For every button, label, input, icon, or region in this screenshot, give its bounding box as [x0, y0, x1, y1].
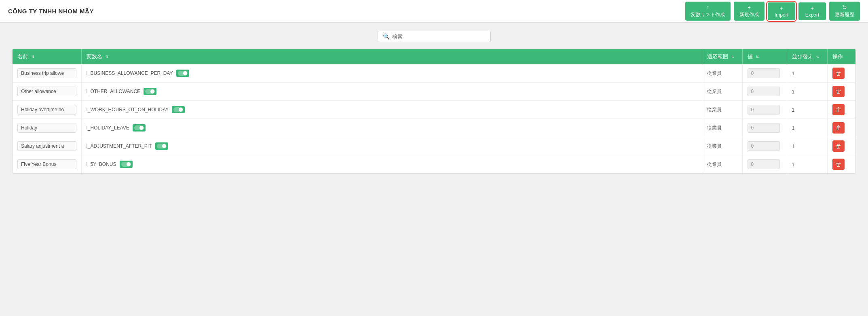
search-icon: 🔍 [383, 33, 390, 40]
col-header-scope[interactable]: 適応範囲 ⇅ [702, 49, 742, 64]
col-header-value[interactable]: 値 ⇅ [742, 49, 787, 64]
toggle-icon-4[interactable] [155, 142, 168, 150]
cell-action-3: 🗑 [827, 119, 855, 137]
plus-icon-export: + [811, 5, 814, 11]
delete-button-0[interactable]: 🗑 [832, 68, 845, 79]
cell-value-4 [742, 137, 787, 155]
toggle-icon-0[interactable] [176, 70, 189, 77]
trash-icon-3: 🗑 [836, 125, 841, 131]
trash-icon-5: 🗑 [836, 161, 841, 168]
export-button[interactable]: + Export [798, 2, 826, 20]
delete-button-2[interactable]: 🗑 [832, 104, 845, 115]
cell-sort-3: 1 [787, 119, 827, 137]
cell-sort-2: 1 [787, 101, 827, 119]
varname-container-2: I_WORK_HOURS_OT_ON_HOLIDAY [87, 106, 697, 113]
delete-button-1[interactable]: 🗑 [832, 86, 845, 97]
history-button[interactable]: ↻ 更新履歴 [829, 2, 860, 21]
header-actions: ↑ 変数リスト作成 + 新規作成 + Import + Export ↻ 更新履… [685, 2, 860, 21]
table-row: Salary adjustment a I_ADJUSTMENT_AFTER_P… [13, 137, 855, 155]
toggle-inner-5 [121, 162, 131, 167]
delete-button-5[interactable]: 🗑 [832, 159, 845, 170]
import-label: Import [775, 12, 788, 18]
cell-varname-0: I_BUSINESS_ALLOWANCE_PER_DAY [81, 64, 702, 83]
table-row: Holiday overtime ho I_WORK_HOURS_OT_ON_H… [13, 101, 855, 119]
cell-action-2: 🗑 [827, 101, 855, 119]
delete-button-3[interactable]: 🗑 [832, 122, 845, 134]
table-row: Other allowance I_OTHER_ALLOWANCE 従業員 1 … [13, 83, 855, 101]
sort-arrows-scope: ⇅ [731, 55, 734, 59]
varname-container-5: I_5Y_BONUS [87, 161, 697, 168]
cell-name-2: Holiday overtime ho [13, 101, 81, 119]
value-input-1[interactable] [748, 87, 780, 96]
value-input-3[interactable] [748, 123, 780, 133]
scope-value-1: 従業員 [707, 89, 722, 94]
cell-varname-1: I_OTHER_ALLOWANCE [81, 83, 702, 101]
toggle-icon-5[interactable] [120, 161, 133, 168]
col-header-name[interactable]: 名前 ⇅ [13, 49, 81, 64]
col-header-varname[interactable]: 変数名 ⇅ [81, 49, 702, 64]
delete-button-4[interactable]: 🗑 [832, 140, 845, 152]
trash-icon-1: 🗑 [836, 88, 841, 95]
table-row: Five Year Bonus I_5Y_BONUS 従業員 1 🗑 [13, 155, 855, 174]
sort-value-5: 1 [792, 162, 795, 168]
col-header-sort[interactable]: 並び替え ⇅ [787, 49, 827, 64]
cell-scope-3: 従業員 [702, 119, 742, 137]
toggle-icon-2[interactable] [172, 106, 185, 113]
cell-name-0: Business trip allowe [13, 64, 81, 83]
varname-container-4: I_ADJUSTMENT_AFTER_PIT [87, 142, 697, 150]
sort-value-0: 1 [792, 71, 795, 76]
cell-scope-2: 従業員 [702, 101, 742, 119]
plus-icon-import: + [780, 5, 783, 11]
cell-scope-1: 従業員 [702, 83, 742, 101]
sort-value-2: 1 [792, 107, 795, 113]
name-badge-1: Other allowance [17, 87, 76, 96]
table-header-row: 名前 ⇅ 変数名 ⇅ 適応範囲 ⇅ 値 ⇅ [13, 49, 855, 64]
toggle-inner-1 [145, 89, 155, 94]
varname-text-1: I_OTHER_ALLOWANCE [87, 89, 141, 94]
search-box: 🔍 [378, 31, 491, 42]
new-create-button[interactable]: + 新規作成 [734, 2, 765, 21]
cell-action-4: 🗑 [827, 137, 855, 155]
cell-name-3: Holiday [13, 119, 81, 137]
varname-container-1: I_OTHER_ALLOWANCE [87, 88, 697, 95]
toggle-icon-3[interactable] [133, 124, 146, 131]
cell-value-2 [742, 101, 787, 119]
scope-value-5: 従業員 [707, 161, 722, 167]
col-header-action: 操作 [827, 49, 855, 64]
value-input-2[interactable] [748, 105, 780, 115]
value-input-4[interactable] [748, 141, 780, 151]
upload-icon: ↑ [707, 4, 710, 11]
table-scroll[interactable]: Business trip allowe I_BUSINESS_ALLOWANC… [13, 64, 855, 173]
history-icon: ↻ [842, 4, 847, 11]
scope-value-3: 従業員 [707, 125, 722, 131]
toggle-icon-1[interactable] [144, 88, 156, 95]
trash-icon-0: 🗑 [836, 70, 841, 76]
toggle-inner-4 [157, 144, 167, 148]
cell-sort-1: 1 [787, 83, 827, 101]
search-container: 🔍 [12, 31, 856, 42]
import-button[interactable]: + Import [768, 2, 795, 20]
scope-value-0: 従業員 [707, 70, 722, 76]
export-label: Export [805, 12, 819, 18]
cell-varname-2: I_WORK_HOURS_OT_ON_HOLIDAY [81, 101, 702, 119]
sort-value-3: 1 [792, 125, 795, 131]
history-label: 更新履歴 [835, 11, 854, 18]
value-input-5[interactable] [748, 159, 780, 169]
cell-action-5: 🗑 [827, 155, 855, 174]
varname-text-2: I_WORK_HOURS_OT_ON_HOLIDAY [87, 107, 169, 112]
sort-arrows-value: ⇅ [756, 55, 759, 59]
varname-container-3: I_HOLIDAY_LEAVE [87, 124, 697, 131]
cell-sort-4: 1 [787, 137, 827, 155]
cell-value-1 [742, 83, 787, 101]
search-input[interactable] [392, 34, 486, 40]
varname-text-0: I_BUSINESS_ALLOWANCE_PER_DAY [87, 70, 173, 76]
toggle-inner-0 [178, 71, 188, 76]
sort-value-4: 1 [792, 144, 795, 149]
name-badge-5: Five Year Bonus [17, 159, 76, 169]
cell-name-1: Other allowance [13, 83, 81, 101]
sort-arrows-sort: ⇅ [816, 55, 819, 59]
cell-value-3 [742, 119, 787, 137]
value-input-0[interactable] [748, 68, 780, 78]
cell-sort-5: 1 [787, 155, 827, 174]
variable-list-button[interactable]: ↑ 変数リスト作成 [685, 2, 731, 21]
